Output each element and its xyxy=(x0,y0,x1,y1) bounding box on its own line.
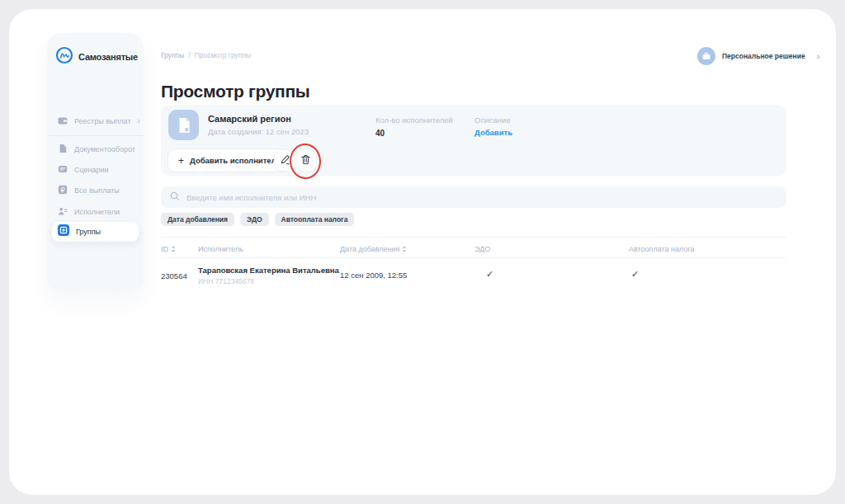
column-header-performer: Исполнитель xyxy=(198,245,243,253)
sidebar-item-performers[interactable]: Исполнители xyxy=(58,206,137,218)
brand-logo: Самозанятые xyxy=(55,46,138,68)
sidebar-item-label: Исполнители xyxy=(74,208,120,216)
description-label: Описание xyxy=(474,115,511,125)
group-card: Самарский регион Дата создания: 12 сен 2… xyxy=(161,105,786,177)
sidebar-item-label: Сценарии xyxy=(74,166,109,174)
brand-logo-icon xyxy=(55,46,73,68)
column-header-auto-tax: Автооплата налога xyxy=(629,245,695,253)
breadcrumb-item-current: Просмотр группы xyxy=(195,51,251,59)
cell-id: 230564 xyxy=(161,271,187,280)
document-icon xyxy=(58,142,68,157)
table-row[interactable]: 230564 Тараповская Екатерина Витальевна … xyxy=(161,258,786,295)
page-title: Просмотр группы xyxy=(161,82,309,101)
sidebar-item-label: Документооборот xyxy=(74,145,135,153)
group-created-date: Дата создания: 12 сен 2023 xyxy=(208,127,309,136)
pencil-icon xyxy=(280,154,290,167)
check-icon: ✓ xyxy=(486,269,493,280)
scenarios-icon xyxy=(58,163,68,177)
search-input[interactable] xyxy=(186,193,777,202)
sort-icon xyxy=(172,246,175,252)
breadcrumb: Группы / Просмотр группы xyxy=(161,51,251,59)
column-header-label: ЭДО xyxy=(474,245,490,253)
groups-folder-plus-icon xyxy=(58,224,69,239)
document-settings-icon xyxy=(168,110,199,140)
brand-name: Самозанятые xyxy=(78,52,138,62)
add-description-link[interactable]: Добавить xyxy=(474,128,512,137)
column-header-label: ID xyxy=(161,245,168,253)
table-header: ID Исполнитель Дата добавления ЭДО Автоо… xyxy=(161,237,786,258)
add-performer-button[interactable]: + Добавить исполнителя xyxy=(168,148,291,172)
sidebar-item-document-flow[interactable]: Документооборот xyxy=(58,144,137,155)
performers-table: ID Исполнитель Дата добавления ЭДО Автоо… xyxy=(161,237,786,295)
briefcase-icon xyxy=(697,47,715,65)
column-header-label: Дата добавления xyxy=(340,245,399,253)
chevron-right-icon: › xyxy=(817,52,820,61)
performers-count-label: Кол-во исполнителей xyxy=(375,115,453,125)
breadcrumb-item-groups[interactable]: Группы xyxy=(161,51,184,59)
sidebar-item-all-payments[interactable]: Все выплаты xyxy=(58,185,137,196)
breadcrumb-separator: / xyxy=(188,51,190,59)
sidebar: Самозанятые Реестры выплат › Документооб… xyxy=(47,33,144,293)
filter-chip-date-added[interactable]: Дата добавления xyxy=(161,213,234,226)
cell-date-added: 12 сен 2009, 12:55 xyxy=(340,271,407,280)
group-name: Самарский регион xyxy=(208,114,291,124)
chevron-right-icon: › xyxy=(138,117,140,125)
sidebar-item-payment-registries[interactable]: Реестры выплат › xyxy=(58,115,137,127)
column-header-label: Исполнитель xyxy=(198,245,243,253)
sidebar-item-label: Реестры выплат xyxy=(74,117,131,125)
search-bar xyxy=(161,186,786,208)
personal-solution-label: Персональное решение xyxy=(722,52,805,60)
filter-chips: Дата добавления ЭДО Автооплата налога xyxy=(161,213,354,226)
wallet-icon xyxy=(58,114,68,129)
ruble-icon xyxy=(58,183,68,198)
column-header-label: Автооплата налога xyxy=(629,245,695,253)
edit-group-button[interactable] xyxy=(274,149,296,172)
performers-count-value: 40 xyxy=(375,129,385,138)
sidebar-item-scenarios[interactable]: Сценарии xyxy=(58,164,137,176)
trash-icon xyxy=(300,154,311,167)
check-icon: ✓ xyxy=(631,269,639,280)
column-header-edo: ЭДО xyxy=(474,245,490,253)
plus-icon: + xyxy=(178,156,184,166)
add-performer-label: Добавить исполнителя xyxy=(190,156,281,165)
filter-chip-auto-tax[interactable]: Автооплата налога xyxy=(275,213,355,226)
personal-solution-widget[interactable]: Персональное решение › xyxy=(697,47,819,65)
sidebar-item-label: Все выплаты xyxy=(74,186,120,195)
sidebar-item-groups[interactable]: Группы xyxy=(52,222,139,242)
cell-performer-inn: ИНН 7712345678 xyxy=(198,277,254,285)
sidebar-divider xyxy=(47,135,144,136)
search-icon xyxy=(170,190,180,205)
sidebar-item-label: Группы xyxy=(76,228,101,236)
cell-performer-name: Тараповская Екатерина Витальевна xyxy=(198,266,339,275)
delete-group-button[interactable] xyxy=(295,149,317,172)
filter-chip-edo[interactable]: ЭДО xyxy=(240,213,269,226)
sort-icon xyxy=(403,246,406,252)
performers-icon xyxy=(58,205,68,219)
column-header-id[interactable]: ID xyxy=(161,245,175,253)
column-header-date-added[interactable]: Дата добавления xyxy=(340,245,406,253)
